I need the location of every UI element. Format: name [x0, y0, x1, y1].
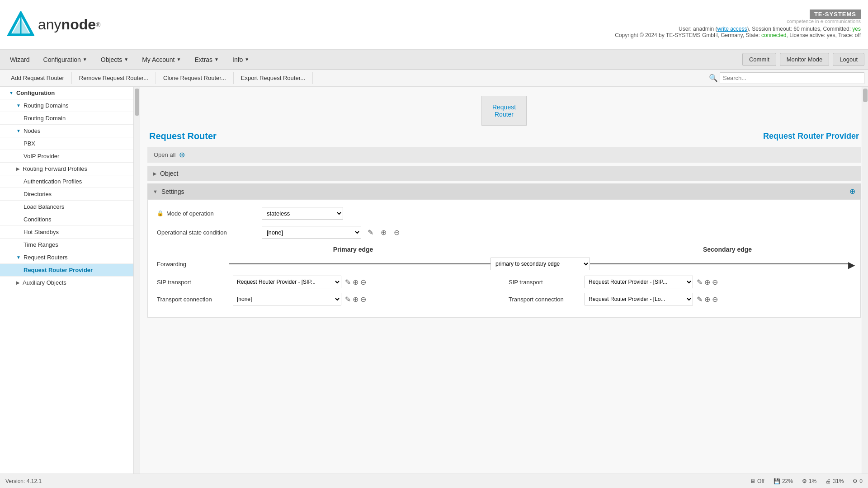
transport-conn-primary-edit-icon[interactable]: ✎ [345, 295, 351, 304]
nav-info[interactable]: Info ▼ [226, 52, 255, 67]
nav-my-account[interactable]: My Account ▼ [136, 52, 187, 67]
write-access-link[interactable]: write access [717, 26, 747, 32]
sidebar-directories[interactable]: Directories [0, 188, 140, 201]
sidebar-authentication-profiles[interactable]: Authentication Profiles [0, 175, 140, 188]
transport-connection-secondary-select[interactable]: Request Router Provider - [Lo... [585, 293, 693, 305]
remove-request-router-button[interactable]: Remove Request Router... [72, 72, 156, 84]
routing-forward-profiles-label: Routing Forward Profiles [23, 165, 87, 172]
op-state-add-icon[interactable]: ⊕ [380, 227, 387, 238]
commit-button[interactable]: Commit [742, 53, 776, 66]
main: ▼ Configuration ▼ Routing Domains Routin… [0, 87, 868, 474]
object-section-bar[interactable]: ▶ Object [147, 166, 861, 181]
transport-conn-primary-remove-icon[interactable]: ⊖ [360, 295, 366, 304]
op-state-remove-icon[interactable]: ⊖ [393, 227, 401, 238]
nav-extras[interactable]: Extras ▼ [188, 52, 225, 67]
sip-transport-primary-add-icon[interactable]: ⊕ [353, 278, 359, 286]
sip-transport-secondary-select[interactable]: Request Router Provider - [SIP... [585, 276, 693, 288]
forwarding-dropdown-area: primary to secondary edge secondary to p… [491, 258, 590, 270]
secondary-edge-header: Secondary edge [604, 246, 851, 253]
sidebar-scrollbar-thumb [135, 89, 139, 116]
nav-wizard[interactable]: Wizard [4, 52, 36, 67]
transport-connection-primary-icons: ✎ ⊕ ⊖ [345, 295, 366, 304]
monitor-mode-button[interactable]: Monitor Mode [780, 53, 829, 66]
cpu-value: 22% [782, 478, 793, 484]
content-scrollbar-thumb [863, 89, 868, 102]
content-title: Request Router Request Router Provider [140, 126, 868, 147]
sip-transport-secondary-remove-icon[interactable]: ⊖ [712, 278, 718, 286]
sidebar-conditions[interactable]: Conditions [0, 213, 140, 226]
logo-wordmark: anynode® [38, 16, 100, 33]
sidebar-pbx[interactable]: PBX [0, 137, 140, 150]
transport-conn-secondary-edit-icon[interactable]: ✎ [697, 295, 703, 304]
sidebar-time-ranges[interactable]: Time Ranges [0, 239, 140, 251]
sidebar-load-balancers[interactable]: Load Balancers [0, 201, 140, 213]
committed-value: yes [852, 26, 861, 32]
anynode-logo-icon [7, 11, 34, 38]
sidebar-nodes[interactable]: ▼ Nodes [0, 125, 140, 137]
sidebar-routing-domains[interactable]: ▼ Routing Domains [0, 99, 140, 112]
sip-transport-primary-remove-icon[interactable]: ⊖ [360, 278, 366, 286]
sidebar-request-router-provider[interactable]: Request Router Provider [0, 264, 140, 277]
auxiliary-objects-label: Auxiliary Objects [23, 279, 66, 286]
forwarding-header: Primary edge Secondary edge [157, 246, 851, 253]
op-state-condition-select[interactable]: [none] [262, 226, 361, 239]
search-input[interactable] [720, 72, 864, 84]
sidebar-routing-forward-profiles[interactable]: ▶ Routing Forward Profiles [0, 163, 140, 175]
configuration-label: Configuration [16, 89, 55, 96]
nodes-label: Nodes [24, 127, 41, 134]
open-all-bar: Open all ⊕ [147, 147, 861, 163]
settings-section-label: Settings [161, 188, 184, 195]
transport-connection-primary-col: Transport connection [none] ✎ ⊕ ⊖ [157, 293, 500, 305]
sip-transport-secondary-add-icon[interactable]: ⊕ [704, 278, 710, 286]
toolbar: Add Request Router Remove Request Router… [0, 70, 868, 87]
nav-configuration[interactable]: Configuration ▼ [37, 52, 94, 67]
search-icon[interactable]: 🔍 [709, 74, 718, 82]
sip-transport-secondary-col: SIP transport Request Router Provider - … [500, 276, 851, 288]
routing-domain-label: Routing Domain [24, 115, 66, 122]
directories-label: Directories [24, 191, 52, 197]
nav-configuration-arrow: ▼ [83, 57, 87, 62]
add-request-router-button[interactable]: Add Request Router [4, 72, 72, 84]
sidebar-voip-provider[interactable]: VoIP Provider [0, 150, 140, 163]
transport-connection-primary-select[interactable]: [none] [233, 293, 341, 305]
transport-conn-secondary-add-icon[interactable]: ⊕ [704, 295, 710, 304]
object-section-label: Object [160, 170, 178, 177]
sidebar-auxiliary-objects[interactable]: ▶ Auxiliary Objects [0, 277, 140, 289]
forwarding-select[interactable]: primary to secondary edge secondary to p… [491, 258, 590, 270]
sidebar-routing-domain[interactable]: Routing Domain [0, 112, 140, 125]
transport-conn-primary-add-icon[interactable]: ⊕ [353, 295, 359, 304]
sip-transport-row: SIP transport Request Router Provider - … [157, 276, 851, 288]
nav-objects-arrow: ▼ [124, 57, 128, 62]
clone-request-router-button[interactable]: Clone Request Router... [156, 72, 234, 84]
transport-connection-label-secondary: Transport connection [509, 296, 581, 303]
fwd-line-left [229, 263, 491, 264]
version-text: Version: 4.12.1 [5, 478, 42, 484]
export-request-router-button[interactable]: Export Request Router... [234, 72, 313, 84]
mode-of-operation-select[interactable]: stateless [262, 207, 343, 220]
sidebar-configuration[interactable]: ▼ Configuration [0, 87, 140, 99]
request-router-box[interactable]: Request Router [481, 96, 527, 126]
settings-section-bar[interactable]: ▼ Settings ⊕ [147, 183, 861, 199]
sip-transport-label-primary: SIP transport [157, 279, 229, 286]
sidebar-scrollbar[interactable] [133, 87, 140, 474]
sidebar-hot-standbys[interactable]: Hot Standbys [0, 226, 140, 239]
open-all-icon[interactable]: ⊕ [179, 150, 185, 159]
settings-section-add-icon[interactable]: ⊕ [849, 187, 855, 196]
sip-transport-primary-edit-icon[interactable]: ✎ [345, 278, 351, 286]
content-title-left: Request Router [149, 131, 217, 141]
transport-conn-secondary-remove-icon[interactable]: ⊖ [712, 295, 718, 304]
nav-objects[interactable]: Objects ▼ [94, 52, 135, 67]
load-value: 1% [809, 478, 816, 484]
request-routers-label: Request Routers [24, 254, 68, 261]
transport-connection-label-primary: Transport connection [157, 296, 229, 303]
content-scrollbar[interactable] [862, 87, 868, 474]
sidebar-request-routers[interactable]: ▼ Request Routers [0, 251, 140, 264]
copyright-text: Copyright © 2024 by TE-SYSTEMS GmbH, Ger… [615, 32, 760, 38]
sip-transport-primary-select[interactable]: Request Router Provider - [SIP... [233, 276, 341, 288]
op-state-edit-icon[interactable]: ✎ [367, 227, 374, 238]
authentication-profiles-label: Authentication Profiles [24, 178, 82, 185]
logout-button[interactable]: Logout [833, 53, 864, 66]
sip-transport-secondary-edit-icon[interactable]: ✎ [697, 278, 703, 286]
statusbar-right: 🖥 Off 💾 22% ⚙ 1% 🖨 31% ⚙ 0 [750, 478, 863, 484]
nav-my-account-arrow: ▼ [177, 57, 181, 62]
